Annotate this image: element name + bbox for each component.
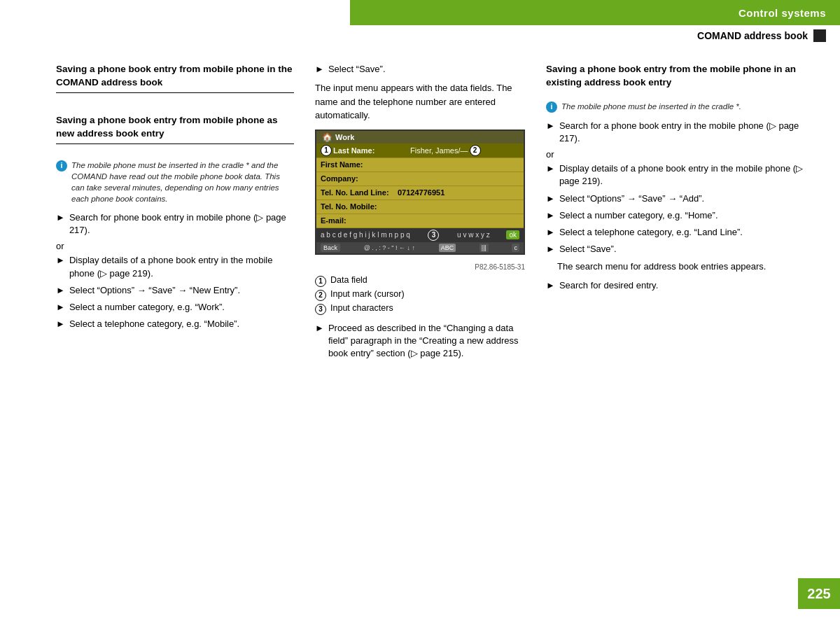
phone-ui-row-email: E-mail:: [316, 214, 524, 228]
section1-heading: Saving a phone book entry from mobile ph…: [56, 63, 294, 93]
content-area: Saving a phone book entry from mobile ph…: [0, 49, 840, 630]
bullet-item-5: ► Select a telephone category, e.g. “Mob…: [56, 318, 294, 330]
phone-ui-row-lastname: 1 Last Name: Fisher, James/— 2: [316, 144, 524, 158]
phone-ui-row-firstname: First Name:: [316, 158, 524, 172]
bullet-arrow-4: ►: [56, 301, 65, 314]
left-column: Saving a phone book entry from mobile ph…: [56, 63, 294, 616]
header-title: Control systems: [738, 7, 826, 19]
phone-ui-titlebar: 🏠 Work: [316, 131, 524, 144]
right-bullet-arrow-1: ►: [546, 120, 555, 145]
back-button[interactable]: Back: [321, 244, 340, 252]
right-bullet-2: ► Display details of a phone book entry …: [546, 162, 819, 188]
legend-text-1: Data field: [330, 275, 368, 285]
lastname-value: Fisher, James/—: [410, 146, 468, 155]
legend-text-2: Input mark (cursor): [330, 289, 405, 299]
header-bar: Control systems: [350, 0, 840, 25]
right-bullet-7: ► Search for desired entry.: [546, 279, 819, 292]
legend-row-1: 1 Data field: [315, 275, 525, 287]
info-box-left: i The mobile phone must be inserted in t…: [56, 160, 294, 204]
nav-button[interactable]: |||: [479, 244, 489, 252]
info-icon-left: i: [56, 160, 67, 172]
legend-num-3: 3: [315, 304, 326, 315]
right-bullet-text-3: Select “Options” → “Save” → “Add”.: [559, 192, 704, 205]
phone-ui-work-label: Work: [335, 133, 354, 141]
bullet-arrow-save: ►: [315, 63, 324, 76]
phone-ui-row-landline: Tel. No. Land Line: 07124776951: [316, 186, 524, 200]
input-menu-description: The input menu appears with the data fie…: [315, 81, 525, 122]
right-bullet-4: ► Select a number category, e.g. “Home”.: [546, 209, 819, 222]
legend-area: 1 Data field 2 Input mark (cursor) 3 Inp…: [315, 275, 525, 315]
right-bullet-arrow-2: ►: [546, 162, 555, 188]
right-column: Saving a phone book entry from the mobil…: [539, 63, 819, 616]
info-icon-right: i: [546, 102, 557, 113]
right-bullet-6: ► Select “Save”.: [546, 243, 819, 255]
right-or-text: or: [546, 149, 819, 160]
bullet-text-3: Select “Options” → “Save” → “New Entry”.: [69, 284, 240, 297]
special-chars: @ . , : ? - " ! ← ↓ ↑: [364, 244, 415, 251]
subheader-bar: COMAND address book: [350, 25, 840, 45]
right-bullet-text-2: Display details of a phone book entry in…: [559, 162, 819, 188]
right-bullet-text-7: Search for desired entry.: [559, 279, 658, 292]
keyboard-letters-right: u v w x y z: [457, 231, 490, 239]
bullet-arrow-1: ►: [56, 211, 65, 237]
abc-button[interactable]: ABC: [439, 244, 456, 252]
right-bullet-arrow-5: ►: [546, 226, 555, 239]
middle-column: ► Select “Save”. The input menu appears …: [308, 63, 525, 616]
phone-ui-row-mobile: Tel. No. Mobile:: [316, 200, 524, 214]
phone-ui-keyboard-row2: Back @ . , : ? - " ! ← ↓ ↑ ABC ||| c: [316, 242, 524, 253]
bullet-item-4: ► Select a number category, e.g. “Work”.: [56, 301, 294, 314]
right-bullet-3: ► Select “Options” → “Save” → “Add”.: [546, 192, 819, 205]
bullet-item-2: ► Display details of a phone book entry …: [56, 254, 294, 279]
select-save-bullet: ► Select “Save”.: [315, 63, 525, 76]
bullet-text-4: Select a number category, e.g. “Work”.: [69, 301, 225, 314]
subheader-black-box: [813, 29, 826, 42]
bullet-item-3: ► Select “Options” → “Save” → “New Entry…: [56, 284, 294, 297]
circle-num-2: 2: [470, 145, 481, 156]
phone-home-icon: 🏠: [322, 132, 332, 142]
firstname-label: First Name:: [321, 160, 398, 169]
right-bullet-arrow-7: ►: [546, 279, 555, 292]
proceed-bullet: ► Proceed as described in the “Changing …: [315, 322, 525, 360]
keyboard-letters-left: a b c d e f g h i j k l m n p p q: [321, 231, 410, 239]
phone-ui-body: 1 Last Name: Fisher, James/— 2 First Nam…: [316, 144, 524, 253]
right-bullet-1: ► Search for a phone book entry in the m…: [546, 120, 819, 145]
info-text-left: The mobile phone must be inserted in the…: [71, 160, 294, 204]
company-label: Company:: [321, 174, 398, 183]
right-bullet-text-4: Select a number category, e.g. “Home”.: [559, 209, 718, 222]
search-menu-description: The search menu for address book entries…: [557, 260, 819, 274]
ok-button[interactable]: ok: [506, 230, 519, 239]
right-bullet-arrow-3: ►: [546, 192, 555, 205]
c-button[interactable]: c: [512, 244, 519, 252]
legend-row-2: 2 Input mark (cursor): [315, 289, 525, 301]
or-text-1: or: [56, 241, 294, 251]
subheader-subtitle: COMAND address book: [697, 30, 808, 41]
bullet-text-2: Display details of a phone book entry in…: [69, 254, 294, 279]
legend-row-3: 3 Input characters: [315, 303, 525, 315]
bullet-text-1: Search for phone book entry in mobile ph…: [69, 211, 294, 237]
legend-text-3: Input characters: [330, 303, 393, 313]
right-bullet-text-5: Select a telephone category, e.g. “Land …: [559, 226, 743, 239]
proceed-text: Proceed as described in the “Changing a …: [328, 322, 525, 360]
bullet-arrow-proceed: ►: [315, 322, 324, 360]
right-bullet-5: ► Select a telephone category, e.g. “Lan…: [546, 226, 819, 239]
landline-label: Tel. No. Land Line:: [321, 188, 398, 197]
section2-heading: Saving a phone book entry from mobile ph…: [56, 114, 294, 144]
legend-num-2: 2: [315, 290, 326, 301]
select-save-label: Select “Save”.: [328, 63, 386, 76]
bullet-arrow-2: ►: [56, 254, 65, 279]
circle-num-1: 1: [321, 145, 332, 156]
email-label: E-mail:: [321, 216, 398, 225]
right-bullet-text-1: Search for a phone book entry in the mob…: [559, 120, 819, 145]
bullet-arrow-5: ►: [56, 318, 65, 330]
phone-ui-screenshot: 🏠 Work 1 Last Name: Fisher, James/— 2 Fi…: [315, 130, 525, 255]
right-bullet-arrow-4: ►: [546, 209, 555, 222]
right-bullet-text-6: Select “Save”.: [559, 243, 617, 255]
mobile-label: Tel. No. Mobile:: [321, 202, 398, 211]
lastname-label: Last Name:: [333, 146, 410, 155]
right-section-heading: Saving a phone book entry from the mobil…: [546, 63, 819, 90]
legend-num-1: 1: [315, 276, 326, 287]
info-text-right: The mobile phone must be inserted in the…: [561, 101, 741, 113]
circle-num-3: 3: [428, 230, 439, 241]
landline-value: 07124776951: [398, 188, 444, 197]
phone-ui-keyboard-row1: a b c d e f g h i j k l m n p p q 3 u v …: [316, 228, 524, 242]
